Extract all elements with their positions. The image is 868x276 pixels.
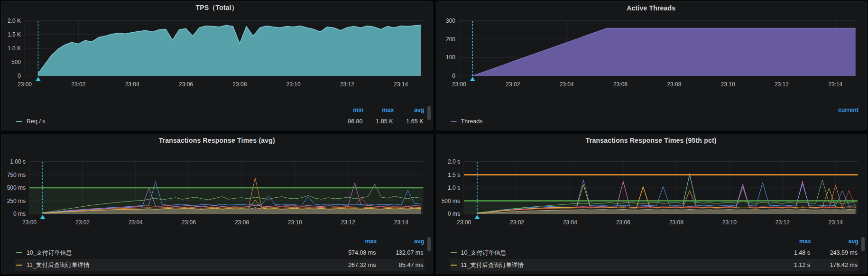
legend-item-stats: 267.32 ms85.47 ms — [329, 262, 424, 268]
x-axis-tick-label: 23:00 — [456, 219, 471, 226]
y-axis-tick-label: 200 — [445, 36, 455, 43]
y-axis-tick-label: 100 — [445, 54, 455, 61]
panel-response-times-95th: Transactions Response Times (95th pct) 0… — [436, 134, 867, 274]
legend-item-label[interactable]: 10_支付订单信息 — [27, 249, 72, 257]
plot-area[interactable] — [25, 21, 424, 76]
x-axis-tick-label: 23:08 — [232, 81, 247, 88]
y-axis-tick-label: 500 — [11, 59, 21, 65]
legend-stat-header-avg[interactable]: avg — [394, 107, 425, 113]
x-axis-tick-label: 23:10 — [720, 81, 735, 88]
legend-item-stats: 1.12 s176.42 ms — [763, 262, 858, 268]
legend-stat-header-max[interactable]: max — [364, 107, 394, 113]
panel-title-response-times-95th[interactable]: Transactions Response Times (95th pct) — [436, 134, 867, 147]
y-axis-tick-label: 0 — [452, 73, 455, 79]
legend-stat-value: 1.65 K — [393, 118, 424, 125]
y-axis-tick-label: 300 — [445, 18, 455, 24]
legend-item-label[interactable]: 10_支付订单信息 — [461, 249, 507, 257]
response-times-avg-legend: maxavg10_支付订单信息574.08 ms132.07 ms11_支付后查… — [2, 236, 432, 274]
plot-area[interactable] — [29, 162, 424, 214]
annotation-marker-icon[interactable] — [474, 215, 480, 219]
x-axis-tick-label: 23:00 — [452, 81, 466, 88]
x-axis-tick-label: 23:04 — [125, 81, 139, 88]
x-axis-tick-label: 23:04 — [129, 219, 143, 226]
tps-chart[interactable]: 05001.0 K1.5 K2.0 K23:0023:0223:0423:062… — [2, 14, 432, 90]
active-threads-chart[interactable]: 010020030023:0023:0223:0423:0623:0823:10… — [436, 14, 867, 90]
legend-stat-value: 132.07 ms — [376, 249, 424, 256]
annotation-marker-icon[interactable] — [36, 77, 41, 81]
x-axis-tick-label: 23:10 — [286, 81, 301, 88]
legend-stat-value: 1.48 s — [763, 249, 810, 256]
legend-stat-header-max[interactable]: max — [330, 238, 377, 245]
legend-item-stats: 574.08 ms132.07 ms — [329, 249, 424, 256]
panel-response-times-avg: Transactions Response Times (avg) 0 ms25… — [1, 134, 433, 274]
y-axis-tick-label: 250 ms — [7, 198, 26, 204]
legend-stat-header-avg[interactable]: avg — [811, 238, 859, 245]
legend-item-stats: 86.801.85 K1.65 K — [332, 118, 424, 125]
legend-item-label[interactable]: Threads — [461, 118, 483, 125]
y-axis-tick-label: 1.5 K — [8, 31, 21, 38]
series-color-dash-icon — [16, 252, 22, 253]
panel-title-tps[interactable]: TPS（Total） — [2, 2, 432, 14]
y-axis-tick-label: 1.0 K — [8, 45, 21, 52]
panel-title-response-times-avg[interactable]: Transactions Response Times (avg) — [2, 134, 432, 147]
response-times-95th-chart[interactable]: 0 ms500 ms1.0 s1.5 s2.0 s23:0023:0223:04… — [436, 147, 867, 227]
legend-row: Threads — [450, 115, 859, 128]
legend-stats-header: maxavg — [15, 236, 425, 247]
x-axis-tick-label: 23:02 — [71, 81, 85, 88]
x-axis-tick-label: 23:14 — [828, 81, 842, 88]
x-axis-tick-label: 23:06 — [182, 219, 196, 226]
legend-stat-value: 1.12 s — [763, 262, 810, 268]
legend-stat-value: 1.85 K — [363, 118, 393, 125]
legend-scrollbar-thumb[interactable] — [427, 237, 431, 251]
legend-stat-header-max[interactable]: max — [764, 238, 811, 245]
y-axis-tick-label: 500 ms — [441, 198, 460, 204]
legend-scrollbar-thumb[interactable] — [427, 106, 431, 120]
x-axis-tick-label: 23:10 — [288, 219, 302, 226]
y-axis-tick-label: 2.0 K — [8, 18, 21, 24]
series-color-dash-icon — [451, 252, 457, 253]
annotation-marker-icon[interactable] — [470, 77, 475, 81]
plot-area[interactable] — [464, 162, 858, 214]
y-axis-tick-label: 1.5 s — [447, 172, 460, 178]
x-axis-tick-label: 23:14 — [394, 81, 408, 88]
x-axis-tick-label: 23:08 — [667, 81, 681, 88]
panel-title-active-threads[interactable]: Active Threads — [436, 2, 867, 14]
x-axis-tick-label: 23:06 — [179, 81, 193, 88]
y-axis-tick-label: 0 ms — [447, 211, 460, 217]
panel-tps: TPS（Total） 05001.0 K1.5 K2.0 K23:0023:02… — [1, 1, 433, 130]
legend-stats-header: minmaxavg — [15, 105, 425, 115]
x-axis-tick-label: 23:02 — [509, 219, 524, 226]
x-axis-tick-label: 23:06 — [616, 219, 630, 226]
x-axis-tick-label: 23:10 — [722, 219, 736, 226]
legend-scrollbar-thumb[interactable] — [861, 237, 865, 251]
legend-item-label[interactable]: 11_支付后查询订单详情 — [27, 261, 89, 269]
legend-stat-header-avg[interactable]: avg — [377, 238, 425, 245]
x-axis-tick-label: 23:12 — [774, 81, 788, 88]
legend-row: 10_支付订单信息574.08 ms132.07 ms — [15, 247, 425, 259]
legend-item-label[interactable]: Req / s — [27, 118, 46, 125]
series-color-dash-icon — [451, 121, 457, 122]
x-axis-tick-label: 23:12 — [340, 81, 354, 88]
x-axis-tick-label: 23:04 — [559, 81, 573, 88]
x-axis-tick-label: 23:02 — [75, 219, 90, 226]
legend-stat-value: 267.32 ms — [329, 262, 376, 268]
active-threads-legend: currentThreads — [436, 105, 867, 130]
annotation-marker-icon[interactable] — [40, 215, 45, 219]
legend-item-label[interactable]: 11_支付后查询订单详情 — [461, 261, 524, 269]
x-axis-tick-label: 23:06 — [613, 81, 627, 88]
plot-area[interactable] — [459, 21, 858, 76]
response-times-avg-chart[interactable]: 0 ms250 ms500 ms750 ms1.00 s23:0023:0223… — [2, 147, 432, 227]
y-axis-tick-label: 0 ms — [13, 211, 26, 217]
legend-stat-value: 85.47 ms — [376, 262, 424, 268]
legend-stat-value: 243.59 ms — [810, 249, 858, 256]
y-axis-tick-label: 1.0 s — [447, 184, 460, 191]
y-axis-tick-label: 2.0 s — [447, 158, 460, 165]
legend-row: Req / s86.801.85 K1.65 K — [15, 115, 425, 128]
legend-stat-header-current[interactable]: current — [828, 107, 859, 113]
x-axis-tick-label: 23:12 — [775, 219, 789, 226]
legend-stat-header-min[interactable]: min — [333, 107, 364, 113]
legend-row: 10_支付订单信息1.48 s243.59 ms — [450, 247, 859, 259]
legend-item-stats: 1.48 s243.59 ms — [763, 249, 858, 256]
x-axis-tick-label: 23:14 — [394, 219, 408, 226]
y-axis-tick-label: 500 ms — [7, 184, 26, 191]
